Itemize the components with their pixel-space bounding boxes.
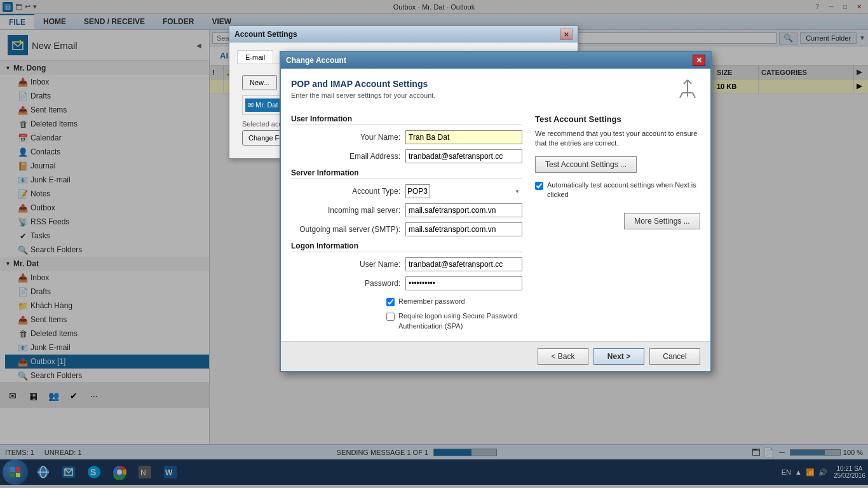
incoming-server-label: Incoming mail server: xyxy=(291,206,405,215)
password-row: Password: xyxy=(291,276,522,290)
password-label: Password: xyxy=(291,279,405,288)
svg-line-24 xyxy=(680,93,682,98)
ca-header-subtitle: Enter the mail server settings for your … xyxy=(291,92,435,99)
your-name-input[interactable] xyxy=(405,130,522,144)
svg-line-25 xyxy=(693,93,695,98)
account-name: Mr. Dat xyxy=(255,101,278,109)
incoming-server-row: Incoming mail server: xyxy=(291,203,522,217)
username-input[interactable] xyxy=(405,257,522,271)
email-address-input[interactable] xyxy=(405,149,522,163)
spa-label: Require logon using Secure Password Auth… xyxy=(398,311,522,331)
remember-password-checkbox[interactable] xyxy=(386,298,395,306)
ca-right-column: Test Account Settings We recommend that … xyxy=(535,114,700,331)
ca-columns: User Information Your Name: Email Addres… xyxy=(291,114,700,331)
email-address-row: Email Address: xyxy=(291,149,522,163)
account-settings-titlebar: Account Settings ✕ xyxy=(229,26,578,43)
account-type-wrapper: POP3 IMAP xyxy=(405,184,522,198)
ca-left-column: User Information Your Name: Email Addres… xyxy=(291,114,522,331)
ca-header-title: POP and IMAP Account Settings xyxy=(291,79,435,89)
auto-test-label: Automatically test account settings when… xyxy=(547,180,700,200)
username-row: User Name: xyxy=(291,257,522,271)
ca-header-left: POP and IMAP Account Settings Enter the … xyxy=(291,79,435,99)
your-name-row: Your Name: xyxy=(291,130,522,144)
auto-test-row: Automatically test account settings when… xyxy=(535,180,700,200)
username-label: User Name: xyxy=(291,260,405,269)
test-account-desc: We recommend that you test your account … xyxy=(535,129,700,149)
ca-title: Change Account xyxy=(286,56,346,65)
logon-info-title: Logon Information xyxy=(291,241,522,252)
ca-footer: < Back Next > Cancel xyxy=(281,341,710,371)
account-row-icon: ✉ xyxy=(248,101,255,109)
email-address-label: Email Address: xyxy=(291,152,405,161)
password-input[interactable] xyxy=(405,276,522,290)
ca-header-icon xyxy=(675,79,700,104)
your-name-label: Your Name: xyxy=(291,133,405,142)
change-account-dialog: Change Account ✕ POP and IMAP Account Se… xyxy=(280,51,712,372)
remember-password-row: Remember password xyxy=(291,297,522,306)
auto-test-checkbox[interactable] xyxy=(535,182,543,190)
ca-titlebar: Change Account ✕ xyxy=(281,52,710,69)
next-button[interactable]: Next > xyxy=(593,348,644,365)
account-type-row: Account Type: POP3 IMAP xyxy=(291,184,522,198)
spa-checkbox[interactable] xyxy=(386,313,395,321)
remember-password-label: Remember password xyxy=(398,297,465,306)
tab-email[interactable]: E-mail xyxy=(237,50,273,64)
spa-row: Require logon using Secure Password Auth… xyxy=(291,311,522,331)
user-info-title: User Information xyxy=(291,114,522,125)
test-account-button[interactable]: Test Account Settings ... xyxy=(535,156,637,173)
account-type-select[interactable]: POP3 IMAP xyxy=(405,184,430,198)
ca-body: POP and IMAP Account Settings Enter the … xyxy=(281,69,710,341)
test-account-section: Test Account Settings We recommend that … xyxy=(535,114,700,200)
outgoing-server-label: Outgoing mail server (SMTP): xyxy=(291,225,405,234)
back-button[interactable]: < Back xyxy=(538,348,588,365)
account-type-label: Account Type: xyxy=(291,187,405,196)
outgoing-server-row: Outgoing mail server (SMTP): xyxy=(291,222,522,236)
more-settings-button[interactable]: More Settings ... xyxy=(624,213,700,229)
new-button[interactable]: New... xyxy=(242,75,277,90)
ca-close-button[interactable]: ✕ xyxy=(693,55,705,66)
account-settings-close[interactable]: ✕ xyxy=(560,29,573,40)
incoming-server-input[interactable] xyxy=(405,203,522,217)
test-account-title: Test Account Settings xyxy=(535,114,700,124)
account-settings-title: Account Settings xyxy=(234,30,297,39)
cancel-button[interactable]: Cancel xyxy=(649,348,700,365)
outgoing-server-input[interactable] xyxy=(405,222,522,236)
server-info-title: Server Information xyxy=(291,168,522,179)
ca-header: POP and IMAP Account Settings Enter the … xyxy=(291,79,700,104)
